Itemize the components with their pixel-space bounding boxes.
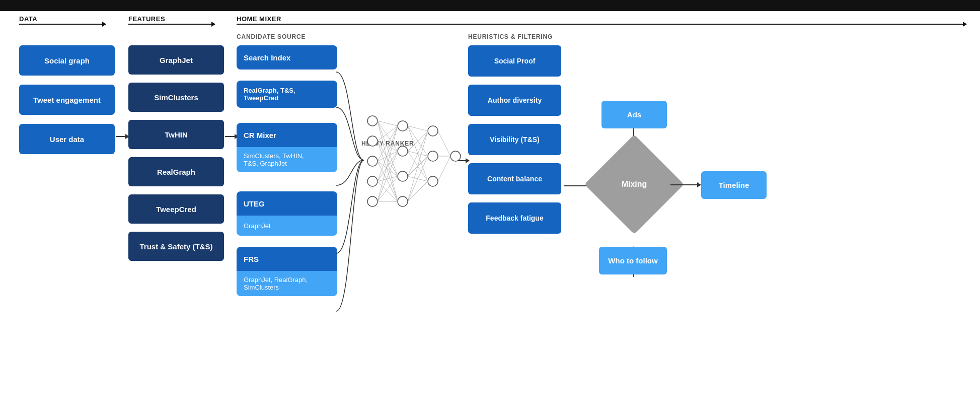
heuristics-label: HEURISTICS & FILTERING	[468, 33, 553, 40]
candidate-frs: FRS GraphJet, RealGraph,SimClusters	[237, 247, 337, 296]
svg-line-25	[378, 126, 398, 181]
who-to-follow-box: Who to follow	[599, 247, 667, 274]
feature-trust-safety: Trust & Safety (T&S)	[128, 232, 224, 261]
data-item-user-data: User data	[19, 124, 115, 154]
candidate-to-neural-connectors	[336, 44, 366, 316]
svg-point-2	[367, 156, 378, 166]
svg-point-12	[450, 151, 461, 161]
svg-line-28	[378, 181, 398, 201]
candidate-frs-sub: GraphJet, RealGraph,SimClusters	[237, 271, 337, 296]
svg-point-6	[398, 146, 408, 156]
data-item-social-graph: Social graph	[19, 45, 115, 76]
svg-point-0	[367, 116, 378, 126]
svg-point-11	[428, 176, 438, 186]
data-arrow	[19, 24, 106, 25]
heuristic-social-proof: Social Proof	[468, 45, 561, 77]
candidate-cr-mixer: CR Mixer SimClusters, TwHIN,T&S, GraphJe…	[237, 123, 337, 172]
feature-tweepcred: TweepCred	[128, 194, 224, 224]
features-column: GraphJet SimClusters TwHIN RealGraph Twe…	[128, 45, 224, 261]
neural-to-heuristics-arrow	[458, 160, 469, 161]
heuristic-author-diversity: Author diversity	[468, 85, 561, 116]
svg-point-10	[428, 151, 438, 161]
timeline-label: Timeline	[701, 171, 767, 199]
heuristic-feedback-fatigue: Feedback fatigue	[468, 202, 561, 234]
home-mixer-section-label: HOME MIXER	[237, 15, 281, 23]
svg-line-24	[378, 161, 398, 201]
features-arrow	[128, 24, 215, 25]
svg-point-4	[367, 196, 378, 206]
timeline-box: Timeline	[701, 171, 767, 199]
data-section-label: DATA	[19, 15, 37, 23]
candidate-search-index: Search Index	[237, 45, 337, 70]
candidate-cr-mixer-sub: SimClusters, TwHIN,T&S, GraphJet	[237, 147, 337, 172]
features-section-label: FEATURES	[128, 15, 165, 23]
heuristic-content-balance: Content balance	[468, 163, 561, 194]
candidate-uteg: UTEG GraphJet	[237, 191, 337, 236]
svg-point-7	[398, 171, 408, 181]
svg-point-3	[367, 176, 378, 186]
heuristics-column: Social Proof Author diversity Visibility…	[468, 45, 561, 234]
data-column: Social graph Tweet engagement User data	[19, 45, 115, 154]
feature-twhin: TwHIN	[128, 120, 224, 149]
feature-graphjet: GraphJet	[128, 45, 224, 75]
svg-point-8	[398, 196, 408, 206]
candidate-source-label: CANDIDATE SOURCE	[237, 33, 306, 40]
mixing-to-timeline-arrow	[670, 184, 701, 185]
svg-point-1	[367, 136, 378, 146]
candidate-uteg-header: UTEG	[237, 191, 337, 216]
svg-line-43	[408, 156, 428, 201]
candidate-search-index-header: Search Index	[237, 45, 337, 70]
who-to-follow-label: Who to follow	[599, 247, 667, 274]
svg-line-47	[438, 156, 450, 181]
svg-line-45	[438, 131, 450, 156]
top-bar	[0, 0, 980, 11]
heuristic-visibility: Visibility (T&S)	[468, 124, 561, 155]
svg-line-15	[378, 121, 398, 176]
ads-box: Ads	[601, 101, 667, 128]
data-to-features-arrow	[116, 136, 129, 137]
svg-line-42	[408, 131, 428, 201]
svg-line-39	[408, 131, 428, 176]
mixing-diamond-wrapper: Mixing	[599, 149, 669, 220]
feature-realgraph: RealGraph	[128, 157, 224, 186]
svg-point-9	[428, 126, 438, 136]
main-container: DATA FEATURES HOME MIXER Social graph Tw…	[0, 0, 980, 414]
data-item-tweet-engagement: Tweet engagement	[19, 85, 115, 115]
home-mixer-arrow	[237, 24, 966, 25]
candidate-frs-header: FRS	[237, 247, 337, 271]
candidate-cr-mixer-header: CR Mixer	[237, 123, 337, 147]
ads-label: Ads	[601, 101, 667, 128]
candidate-realgraph-ts: RealGraph, T&S,TweepCred	[237, 81, 337, 108]
feature-simclusters: SimClusters	[128, 83, 224, 112]
neural-network-diagram	[362, 101, 463, 222]
candidate-uteg-sub: GraphJet	[237, 216, 337, 236]
mixing-diamond	[584, 134, 684, 234]
candidate-realgraph-ts-header: RealGraph, T&S,TweepCred	[237, 81, 337, 108]
svg-point-5	[398, 121, 408, 131]
